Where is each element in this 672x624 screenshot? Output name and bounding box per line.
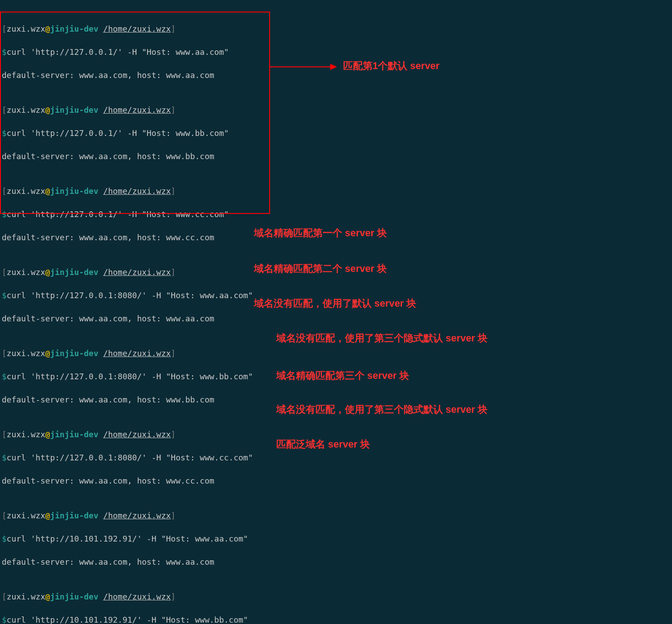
command-line: $curl 'http://127.0.0.1/' -H "Host: www.… xyxy=(2,127,670,139)
prompt-line: [zuxi.wzx@jinjiu-dev /home/zuxi.wzx] xyxy=(2,23,670,35)
terminal[interactable]: [zuxi.wzx@jinjiu-dev /home/zuxi.wzx] $cu… xyxy=(0,0,672,624)
annotation-exact-match-1: 域名精确匹配第一个 server 块 xyxy=(254,227,387,239)
prompt-line: [zuxi.wzx@jinjiu-dev /home/zuxi.wzx] xyxy=(2,104,670,116)
command-text: curl 'http://127.0.0.1/' -H "Host: www.a… xyxy=(7,47,229,57)
annotation-default-server: 匹配第1个默认 server xyxy=(343,60,439,72)
prompt-host: jinjiu-dev xyxy=(50,24,98,33)
annotation-exact-match-3: 域名精确匹配第三个 server 块 xyxy=(276,370,409,382)
command-line: $curl 'http://10.101.192.91/' -H "Host: … xyxy=(2,614,670,624)
prompt-user: zuxi.wzx xyxy=(7,24,45,33)
prompt-line: [zuxi.wzx@jinjiu-dev /home/zuxi.wzx] xyxy=(2,185,670,197)
output-line: default-server: www.aa.com, host: www.aa… xyxy=(2,556,670,568)
command-line: $curl 'http://10.101.192.91/' -H "Host: … xyxy=(2,533,670,545)
annotation-no-match-implicit-3a: 域名没有匹配，使用了第三个隐式默认 server 块 xyxy=(276,333,488,344)
annotation-no-match-default: 域名没有匹配，使用了默认 server 块 xyxy=(254,298,416,309)
annotation-exact-match-2: 域名精确匹配第二个 server 块 xyxy=(254,263,387,275)
prompt-line: [zuxi.wzx@jinjiu-dev /home/zuxi.wzx] xyxy=(2,591,670,603)
command-line: $curl 'http://127.0.0.1/' -H "Host: www.… xyxy=(2,209,670,220)
prompt-path: /home/zuxi.wzx xyxy=(103,24,171,33)
output-line: default-server: www.aa.com, host: www.cc… xyxy=(2,475,670,487)
command-line: $curl 'http://127.0.0.1/' -H "Host: www.… xyxy=(2,46,670,58)
bracket-icon: [ xyxy=(2,24,7,33)
output-line: default-server: www.aa.com, host: www.aa… xyxy=(2,70,670,81)
command-line: $curl 'http://127.0.0.1:8080/' -H "Host:… xyxy=(2,452,670,464)
at-icon: @ xyxy=(45,24,50,33)
output-line: default-server: www.aa.com, host: www.aa… xyxy=(2,313,670,324)
bracket-icon: ] xyxy=(171,24,176,33)
annotation-no-match-implicit-3b: 域名没有匹配，使用了第三个隐式默认 server 块 xyxy=(276,404,488,415)
prompt-line: [zuxi.wzx@jinjiu-dev /home/zuxi.wzx] xyxy=(2,510,670,521)
prompt-line: [zuxi.wzx@jinjiu-dev /home/zuxi.wzx] xyxy=(2,348,670,359)
prompt-sep xyxy=(98,24,103,33)
dollar-icon: $ xyxy=(2,47,7,57)
output-line: default-server: www.aa.com, host: www.bb… xyxy=(2,151,670,162)
annotation-wildcard-match: 匹配泛域名 server 块 xyxy=(276,439,370,450)
